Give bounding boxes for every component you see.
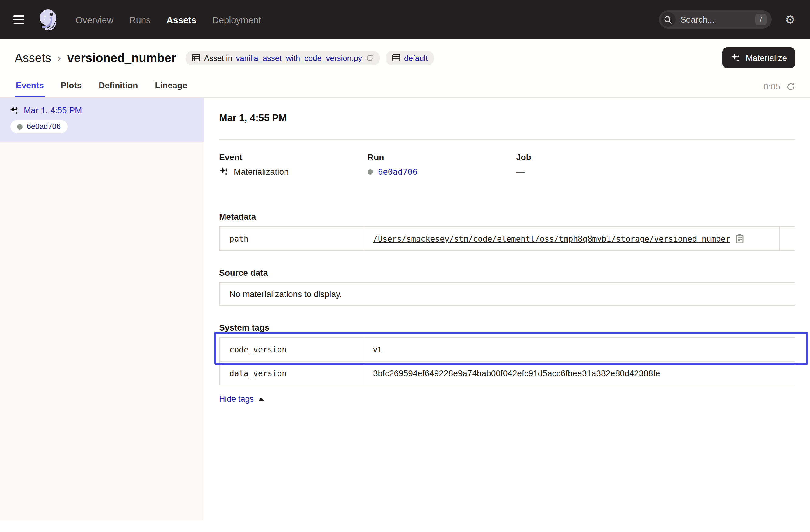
source-data-section-title: Source data	[219, 268, 795, 277]
main-nav: Overview Runs Assets Deployment	[76, 14, 261, 25]
metadata-path-link[interactable]: /Users/smackesey/stm/code/elementl/oss/t…	[373, 234, 730, 243]
event-column: Event Materialization	[219, 152, 368, 177]
app-root: Overview Runs Assets Deployment Search..…	[0, 0, 810, 532]
refresh-countdown: 0:05	[764, 82, 780, 91]
tag-value: 3bfc269594ef649228e9a74bab00f042efc91d5a…	[363, 361, 795, 385]
asset-in-label: Asset in	[204, 53, 232, 62]
tab-plots[interactable]: Plots	[60, 77, 83, 97]
nav-runs[interactable]: Runs	[129, 14, 151, 25]
materialization-sparkle-icon	[10, 106, 19, 115]
run-id-text: 6e0ad706	[27, 122, 61, 131]
breadcrumb-chevron-icon: ›	[57, 52, 61, 64]
copy-icon[interactable]	[735, 234, 744, 243]
materialization-sparkle-icon	[219, 167, 229, 177]
event-type-value: Materialization	[234, 167, 289, 177]
run-id-pill[interactable]: 6e0ad706	[10, 120, 67, 133]
event-detail-title: Mar 1, 4:55 PM	[219, 113, 795, 124]
dagster-logo-icon[interactable]	[36, 7, 61, 32]
system-tags-table-wrap: code_version v1 data_version 3bfc269594e…	[219, 337, 795, 385]
asset-group-icon	[392, 53, 401, 62]
workspace: Mar 1, 4:55 PM 6e0ad706 Mar 1, 4:55 PM E…	[0, 98, 810, 520]
run-status-dot	[17, 124, 22, 129]
run-column: Run 6e0ad706	[368, 152, 516, 177]
menu-hamburger-icon[interactable]	[13, 15, 25, 24]
run-id-link[interactable]: 6e0ad706	[378, 167, 418, 177]
group-badge: default	[386, 51, 434, 65]
search-icon	[661, 12, 676, 27]
page-header: Assets › versioned_number Asset in vanil…	[0, 39, 810, 98]
page-title: versioned_number	[67, 51, 176, 65]
search-input[interactable]: Search... /	[659, 10, 772, 29]
refresh-icon[interactable]	[786, 82, 795, 91]
run-label: Run	[368, 152, 516, 162]
event-time-link[interactable]: Mar 1, 4:55 PM	[10, 105, 194, 115]
materialize-label: Materialize	[746, 53, 787, 63]
breadcrumb: Assets › versioned_number	[15, 51, 176, 65]
metadata-key: path	[220, 227, 363, 250]
nav-deployment[interactable]: Deployment	[212, 14, 261, 25]
hide-tags-label: Hide tags	[219, 394, 254, 404]
job-label: Job	[516, 152, 795, 162]
run-status-dot	[368, 169, 373, 174]
source-data-empty-message: No materializations to display.	[219, 283, 795, 306]
metadata-table: path /Users/smackesey/stm/code/elementl/…	[219, 226, 795, 251]
tabs-row: Events Plots Definition Lineage 0:05	[0, 73, 810, 97]
breadcrumb-row: Assets › versioned_number Asset in vanil…	[0, 39, 810, 73]
event-label: Event	[219, 152, 368, 162]
tab-definition[interactable]: Definition	[97, 77, 139, 97]
job-value: —	[516, 167, 795, 177]
metadata-section-title: Metadata	[219, 212, 795, 222]
tab-events[interactable]: Events	[15, 77, 45, 97]
search-shortcut-badge: /	[755, 14, 767, 25]
settings-gear-icon[interactable]: ⚙	[785, 14, 795, 25]
reload-icon[interactable]	[366, 54, 374, 62]
tag-key: code_version	[220, 338, 363, 361]
nav-assets[interactable]: Assets	[166, 14, 196, 25]
tabs: Events Plots Definition Lineage	[15, 77, 188, 97]
events-sidebar: Mar 1, 4:55 PM 6e0ad706	[0, 98, 205, 520]
system-tags-section-title: System tags	[219, 323, 795, 332]
tag-key: data_version	[220, 361, 363, 385]
tab-lineage[interactable]: Lineage	[154, 77, 188, 97]
top-navigation: Overview Runs Assets Deployment Search..…	[0, 0, 810, 39]
group-default-link[interactable]: default	[404, 53, 428, 62]
job-column: Job —	[516, 152, 795, 177]
metadata-actions-cell	[779, 227, 795, 250]
asset-file-link[interactable]: vanilla_asset_with_code_version.py	[236, 53, 362, 62]
system-tags-table: code_version v1 data_version 3bfc269594e…	[219, 337, 795, 385]
event-info-grid: Event Materialization Run 6e0ad	[219, 152, 795, 177]
caret-up-icon	[258, 397, 264, 401]
table-row: data_version 3bfc269594ef649228e9a74bab0…	[220, 361, 795, 385]
table-icon	[192, 53, 200, 62]
breadcrumb-assets-link[interactable]: Assets	[15, 51, 51, 65]
event-timestamp: Mar 1, 4:55 PM	[24, 105, 82, 115]
asset-definition-badge: Asset in vanilla_asset_with_code_version…	[186, 51, 380, 65]
event-list-item[interactable]: Mar 1, 4:55 PM 6e0ad706	[0, 98, 204, 142]
sparkle-icon	[731, 53, 741, 63]
nav-overview[interactable]: Overview	[76, 14, 113, 25]
table-row: code_version v1	[220, 338, 795, 361]
divider	[219, 140, 795, 140]
asset-badges: Asset in vanilla_asset_with_code_version…	[186, 51, 434, 65]
event-detail-panel: Mar 1, 4:55 PM Event Materialization	[205, 98, 810, 520]
table-row: path /Users/smackesey/stm/code/elementl/…	[220, 227, 795, 250]
refresh-status: 0:05	[764, 82, 796, 97]
materialize-button[interactable]: Materialize	[723, 47, 795, 68]
search-placeholder: Search...	[680, 15, 755, 25]
tag-value: v1	[363, 338, 795, 361]
hide-tags-link[interactable]: Hide tags	[219, 394, 264, 404]
